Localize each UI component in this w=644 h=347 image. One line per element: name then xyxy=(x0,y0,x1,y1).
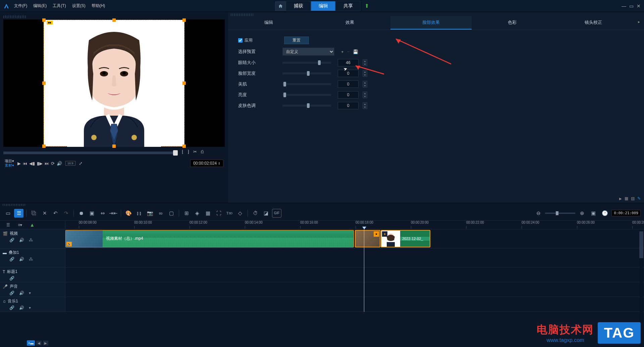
split-icon[interactable]: ✂ xyxy=(193,149,197,154)
align-icon[interactable]: ▦ xyxy=(203,209,213,218)
timeline-ruler[interactable]: 00:00:08:0000:00:10:0000:00:12:0000:00:1… xyxy=(65,221,644,229)
text3d-icon[interactable]: T3D xyxy=(225,209,234,218)
copy-icon[interactable]: ⿻ xyxy=(29,209,39,218)
edit-props-icon[interactable]: ✎ xyxy=(637,196,641,201)
props-more-icon[interactable]: ▸ xyxy=(634,16,644,30)
preview-viewport[interactable]: ■■ xyxy=(3,19,225,147)
home-tab[interactable] xyxy=(275,1,286,11)
props-tab-edit[interactable]: 编辑 xyxy=(228,16,309,30)
color-icon[interactable]: 🎨 xyxy=(124,209,133,218)
link-icon[interactable]: 🔗 xyxy=(9,238,14,242)
resize-handle[interactable] xyxy=(182,81,186,85)
preset-remove-icon[interactable]: − xyxy=(347,49,350,54)
zoom-out-icon[interactable]: ⊖ xyxy=(534,209,543,218)
spinner[interactable]: ▲▼ xyxy=(363,92,367,98)
lock-icon[interactable]: ⁂ xyxy=(29,238,33,242)
resize-handle[interactable] xyxy=(182,144,186,148)
resize-handle[interactable] xyxy=(42,144,46,148)
snapshot-icon[interactable]: ⎙ xyxy=(201,149,204,154)
video-clip-3[interactable]: ★ 2022-12-02_ xyxy=(381,230,430,247)
keyframe-icon[interactable]: ◇ xyxy=(235,209,245,218)
loop-icon[interactable]: ⟳ xyxy=(51,161,55,166)
timeline-view-icon[interactable]: ☰ xyxy=(14,209,23,218)
playhead[interactable] xyxy=(364,229,364,312)
panel-grip[interactable] xyxy=(231,13,254,16)
upload-icon[interactable]: ⬆ xyxy=(365,3,369,9)
mark-in-icon[interactable]: ⁅ xyxy=(182,149,183,154)
resize-handle[interactable] xyxy=(42,18,46,22)
spinner[interactable]: ▲▼ xyxy=(363,59,367,66)
add-track-button[interactable]: +▬ xyxy=(27,340,35,346)
slider-value-input[interactable] xyxy=(338,102,359,109)
resize-handle[interactable] xyxy=(182,18,186,22)
preset-save-icon[interactable]: 💾 xyxy=(353,49,358,54)
mute-icon[interactable]: 🔊 xyxy=(19,238,24,242)
slider-1[interactable] xyxy=(282,72,331,74)
frame-icon[interactable]: ▢ xyxy=(167,209,176,218)
scroll-right-icon[interactable]: ▶ xyxy=(43,341,48,345)
next-frame-icon[interactable]: ▮▶ xyxy=(37,161,43,166)
mark-out-icon[interactable]: ⁆ xyxy=(187,149,189,154)
list-icon[interactable]: ☰ xyxy=(3,221,13,229)
preview-scrubber[interactable] xyxy=(3,152,178,154)
storyboard-view-icon[interactable]: ▭ xyxy=(3,209,13,218)
preview-timecode[interactable]: 00:00:02:024 ▲▼ xyxy=(190,160,223,167)
title-track[interactable] xyxy=(65,268,644,282)
slider-2[interactable] xyxy=(282,83,331,85)
link-icon[interactable]: 🔗 xyxy=(9,276,14,281)
panel-grip[interactable] xyxy=(3,204,26,206)
grid-icon[interactable]: ⊞ xyxy=(182,209,191,218)
lock-icon[interactable]: ⁂ xyxy=(29,257,33,262)
link-icon[interactable]: 🔗 xyxy=(9,291,14,295)
resize-handle[interactable] xyxy=(112,18,116,22)
scroll-right-icon[interactable]: ▶ xyxy=(619,197,622,200)
project-label[interactable]: 项目▾ xyxy=(5,159,14,163)
goto-end-icon[interactable]: ⏭ xyxy=(45,161,49,166)
menu-icon[interactable]: ≡▾ xyxy=(15,221,25,229)
link-icon[interactable]: ∞ xyxy=(156,209,165,218)
slider-3[interactable] xyxy=(282,94,331,96)
mute-icon[interactable]: 🔊 xyxy=(19,257,24,262)
camera-icon[interactable]: 📷 xyxy=(145,209,155,218)
resize-handle[interactable] xyxy=(112,144,116,148)
material-label[interactable]: 素材▾ xyxy=(5,163,14,168)
menu-edit[interactable]: 编辑(E) xyxy=(33,3,47,9)
clock-icon[interactable]: 🕐 xyxy=(600,209,609,218)
slider-4[interactable] xyxy=(282,105,331,107)
props-tab-effect[interactable]: 效果 xyxy=(309,16,390,30)
resize-handle[interactable] xyxy=(42,81,46,85)
speaker-icon[interactable]: 🔊 xyxy=(66,242,72,246)
maximize-button[interactable]: ▭ xyxy=(629,4,634,8)
video-clip-1[interactable]: 视频素材（总）.mp4 🔊 xyxy=(65,230,354,247)
timeline-timecode[interactable]: 0:00:21:009 xyxy=(611,210,641,216)
center-icon[interactable]: ◈ xyxy=(193,209,202,218)
link-icon[interactable]: 🔗 xyxy=(9,257,14,262)
prev-frame-icon[interactable]: ◀▮ xyxy=(29,161,35,166)
scroll-left-icon[interactable]: ◀ xyxy=(36,341,42,345)
play-button[interactable]: ▶ xyxy=(17,161,21,166)
preset-select[interactable]: 自定义 xyxy=(282,48,334,56)
slider-value-input[interactable] xyxy=(338,80,359,88)
expand-icon[interactable]: ⤢ xyxy=(79,161,83,166)
speed-icon[interactable]: ⏱ xyxy=(251,209,260,218)
undo-icon[interactable]: ↶ xyxy=(51,209,60,218)
mute-icon[interactable]: 🔊 xyxy=(19,291,24,295)
overlay-track[interactable] xyxy=(65,248,644,267)
close-button[interactable]: ✕ xyxy=(636,4,641,8)
record-icon[interactable]: ⏺ xyxy=(76,209,86,218)
spinner[interactable]: ▲▼ xyxy=(363,70,367,77)
volume-icon[interactable]: 🔊 xyxy=(57,161,62,166)
expand-icon[interactable]: ▾ xyxy=(29,305,31,310)
props-tab-color[interactable]: 色彩 xyxy=(472,16,553,30)
layout-icon-2[interactable]: ▤ xyxy=(631,196,635,201)
resize-h-icon[interactable]: ⇔ xyxy=(98,209,107,218)
zoom-in-icon[interactable]: ⊕ xyxy=(577,209,587,218)
layout-icon-1[interactable]: ▦ xyxy=(625,196,628,201)
expand-icon[interactable]: ⛶ xyxy=(214,209,223,218)
menu-settings[interactable]: 设置(S) xyxy=(72,3,86,9)
props-tab-lens[interactable]: 镜头校正 xyxy=(553,16,634,30)
menu-file[interactable]: 文件(F) xyxy=(14,3,27,9)
menu-tools[interactable]: 工具(T) xyxy=(53,3,66,9)
chroma-icon[interactable]: ◪ xyxy=(261,209,271,218)
tab-edit[interactable]: 编辑 xyxy=(311,1,336,11)
